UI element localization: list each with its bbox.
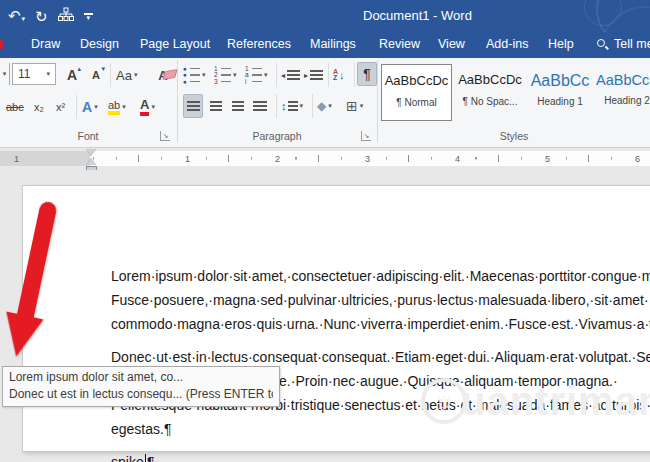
divider xyxy=(312,94,313,118)
decrease-indent-button[interactable]: ◂ xyxy=(281,63,300,87)
divider xyxy=(276,94,277,118)
chevron-down-icon: ▾ xyxy=(134,71,138,79)
style-sample-text: AaBbCcDc xyxy=(456,72,524,87)
style-normal[interactable]: AaBbCcDc ¶ Normal xyxy=(381,64,452,121)
grow-font-button[interactable]: A▴ xyxy=(62,63,82,87)
font-dialog-launcher[interactable]: ↘ xyxy=(160,131,170,141)
ruler-number: 6 xyxy=(633,154,642,164)
line-spacing-icon: ↕ xyxy=(281,100,298,112)
watermark: ☼ uantrimang xyxy=(421,378,650,424)
first-line-indent-icon[interactable] xyxy=(86,149,96,156)
quick-access-toolbar: ↶▾ ↻ ▾ xyxy=(8,0,93,32)
tab-mailings[interactable]: Mailings xyxy=(310,37,356,51)
tab-add-ins[interactable]: Add-ins xyxy=(486,37,528,51)
justify-icon xyxy=(253,101,267,111)
change-case-button[interactable]: Aa▾ xyxy=(116,63,137,87)
clear-formatting-button[interactable]: A xyxy=(150,63,176,87)
chevron-down-icon: ▾ xyxy=(300,102,304,110)
multilevel-list-button[interactable]: 1 a i ▾ xyxy=(245,63,268,87)
tab-help[interactable]: Help xyxy=(548,37,574,51)
style-heading-1[interactable]: AaBbCc Heading 1 xyxy=(528,64,592,121)
search-icon[interactable] xyxy=(597,39,605,47)
chevron-down-icon: ▾ xyxy=(122,103,126,111)
show-formatting-marks-button[interactable]: ¶ xyxy=(357,62,377,86)
sort-icon: AZ ↓ xyxy=(333,69,345,82)
redo-button[interactable]: ↻ xyxy=(35,9,48,24)
text-effects-button[interactable]: A▾ xyxy=(82,95,98,119)
multilevel-list-icon: 1 a i xyxy=(245,67,262,84)
tell-me-box[interactable]: Tell me xyxy=(614,37,650,51)
numbering-button[interactable]: 1 2 3 ▾ xyxy=(214,63,237,87)
numbered-list-icon: 1 2 3 xyxy=(214,67,231,84)
chevron-down-icon: ▾ xyxy=(264,71,268,79)
line-spacing-button[interactable]: ↕ ▾ xyxy=(281,94,303,118)
customize-qat-button[interactable]: ▾ xyxy=(84,13,93,20)
tab-view[interactable]: View xyxy=(438,37,465,51)
subscript-button[interactable]: x₂ xyxy=(34,95,44,119)
shrink-font-button[interactable]: A▾ xyxy=(86,63,106,87)
ruler-number: 2 xyxy=(273,154,282,164)
paragraph-dialog-launcher[interactable]: ↘ xyxy=(361,131,371,141)
align-center-icon xyxy=(210,101,222,111)
increase-indent-icon: ▸ xyxy=(304,70,323,80)
sort-button[interactable]: AZ ↓ xyxy=(333,63,345,87)
tab-references[interactable]: References xyxy=(227,37,291,51)
bullets-button[interactable]: ● ● ● ▾ xyxy=(183,63,206,87)
divider xyxy=(276,63,277,87)
chevron-down-icon: ▾ xyxy=(46,70,50,78)
word-window: ↶▾ ↻ ▾ Document1 - Word rt Draw Design xyxy=(0,0,650,462)
align-center-button[interactable] xyxy=(206,94,226,118)
chevron-down-icon: ▾ xyxy=(328,102,332,110)
font-name-combo-partial[interactable]: ▾ xyxy=(0,63,10,85)
hierarchy-addin-button[interactable] xyxy=(58,7,74,26)
decrease-indent-icon: ◂ xyxy=(281,70,300,80)
grow-font-icon: A xyxy=(67,67,77,83)
increase-indent-button[interactable]: ▸ xyxy=(304,63,323,87)
hanging-indent-icon[interactable] xyxy=(86,158,96,165)
style-label: Heading 2 xyxy=(596,95,650,106)
document-area: Lorem·​ipsum·​dolor·​sit·​amet,·​consect… xyxy=(0,170,650,462)
horizontal-ruler[interactable]: 1 1 2 3 4 5 6 xyxy=(0,151,650,166)
autocomplete-tooltip: Lorem ipsum dolor sit amet, co... Donec … xyxy=(2,366,280,407)
shading-button[interactable]: ◆▾ xyxy=(317,94,332,118)
bullet-list-icon: ● ● ● xyxy=(183,67,200,84)
text-highlight-button[interactable]: ab▾ xyxy=(108,95,126,119)
undo-icon: ↶ xyxy=(8,7,21,24)
tab-page-layout[interactable]: Page Layout xyxy=(140,37,210,51)
text-effects-icon: A xyxy=(82,99,92,115)
justify-button[interactable] xyxy=(250,94,270,118)
divider xyxy=(354,63,355,87)
borders-button[interactable]: ⊞▾ xyxy=(346,94,363,118)
style-heading-2[interactable]: AaBbCcD Heading 2 xyxy=(596,64,650,121)
align-right-icon xyxy=(232,101,244,111)
ribbon-tab-row: rt Draw Design Page Layout References Ma… xyxy=(0,32,650,58)
ruler-number: 1 xyxy=(12,154,21,164)
style-sample-text: AaBbCcD xyxy=(596,72,650,88)
ruler-bar: 1 1 2 3 4 5 6 xyxy=(0,148,650,170)
tab-draw[interactable]: Draw xyxy=(31,37,60,51)
undo-button[interactable]: ↶▾ xyxy=(8,7,25,25)
change-case-icon: Aa xyxy=(116,68,132,83)
chevron-down-icon: ▾ xyxy=(94,103,98,111)
document-page[interactable]: Lorem·​ipsum·​dolor·​sit·​amet,·​consect… xyxy=(22,185,650,452)
undo-dropdown-caret-icon[interactable]: ▾ xyxy=(22,15,26,22)
superscript-button[interactable]: x² xyxy=(56,95,65,119)
document-text[interactable]: Lorem·​ipsum·​dolor·​sit·​amet,·​consect… xyxy=(111,264,650,462)
tab-review[interactable]: Review xyxy=(379,37,420,51)
strikethrough-button[interactable]: abc xyxy=(6,95,24,119)
ruler-number: 1 xyxy=(183,154,192,164)
align-right-button[interactable] xyxy=(228,94,248,118)
paint-bucket-icon: ◆ xyxy=(317,99,326,113)
font-size-combo[interactable]: 11 ▾ xyxy=(12,63,56,85)
style-no-spacing[interactable]: AaBbCcDc ¶ No Spac... xyxy=(456,64,524,121)
tab-design[interactable]: Design xyxy=(80,37,119,51)
font-group-label: Font xyxy=(0,130,176,142)
paragraph-1[interactable]: Lorem·​ipsum·​dolor·​sit·​amet,·​consect… xyxy=(111,264,650,336)
spike-word: spike xyxy=(111,454,144,462)
align-left-button[interactable] xyxy=(183,94,203,118)
paragraph-spike[interactable]: spike¶ xyxy=(111,450,650,462)
chevron-down-icon: ▾ xyxy=(3,70,7,78)
font-color-button[interactable]: A▾ xyxy=(140,95,155,119)
pilcrow-icon: ¶ xyxy=(363,66,371,82)
pilcrow-mark: ¶ xyxy=(147,454,155,462)
